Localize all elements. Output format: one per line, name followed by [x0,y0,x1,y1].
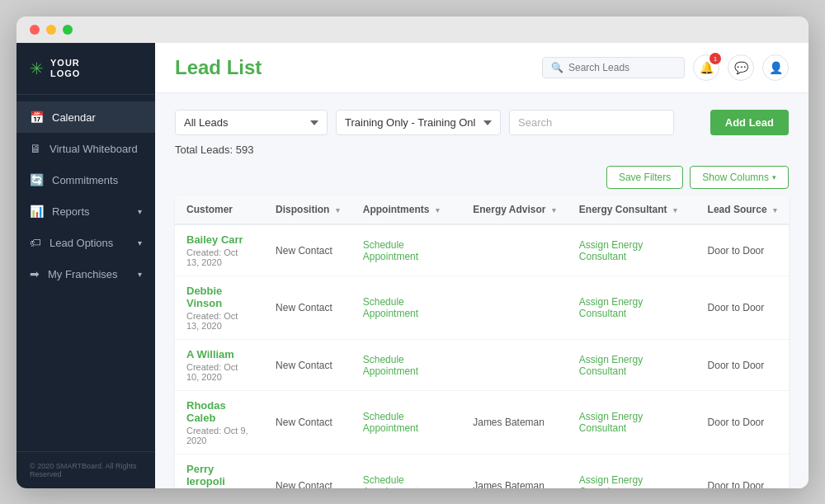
calendar-icon: 📅 [30,111,44,124]
sort-arrow-icon: ▾ [436,206,440,214]
lead-source-value: Door to Door [708,480,765,488]
sidebar-item-commitments[interactable]: 🔄 Commitments [16,164,155,195]
top-bar: Lead List 🔍 🔔 1 💬 👤 [155,43,808,93]
chart-icon: 📊 [30,205,44,218]
customer-name[interactable]: Debbie Vinson [186,285,252,309]
table-row: Debbie Vinson Created: Oct 13, 2020 New … [175,276,789,340]
disposition-cell: New Contact [264,276,351,340]
search-box: 🔍 [542,57,685,78]
table-search-input[interactable] [509,110,674,135]
energy-advisor-cell: James Bateman [461,455,568,489]
assign-energy-consultant-link[interactable]: Assign Energy Consultant [579,296,643,319]
logo-area: ✳ YOUR LOGO [16,43,155,95]
schedule-appointment-link[interactable]: Schedule Appointment [363,239,418,262]
browser-chrome [16,16,808,43]
sidebar-item-lead-options[interactable]: 🏷 Lead Options ▾ [16,227,155,258]
customer-created-date: Created: Oct 13, 2020 [186,247,252,267]
column-header-lead-source[interactable]: Lead Source ▾ [696,195,789,224]
notification-button[interactable]: 🔔 1 [693,54,719,81]
nav-menu: 📅 Calendar 🖥 Virtual Whiteboard 🔄 Commit… [16,95,155,451]
monitor-icon: 🖥 [30,142,41,155]
add-lead-button[interactable]: Add Lead [710,110,789,135]
energy-consultant-cell: Assign Energy Consultant [568,276,696,340]
sidebar-item-label: Commitments [52,174,118,186]
table-actions: Save Filters Show Columns ▾ [175,166,789,189]
schedule-appointment-link[interactable]: Schedule Appointment [363,474,418,488]
table-row: Perry Ieropoli Created: Oct 9, 2020 New … [175,455,789,489]
energy-consultant-cell: Assign Energy Consultant [568,340,696,391]
customer-created-date: Created: Oct 10, 2020 [186,362,252,382]
lead-source-cell: Door to Door [696,455,789,489]
sidebar-item-my-franchises[interactable]: ➡ My Franchises ▾ [16,258,155,290]
training-filter-select[interactable]: Training Only - Training Only [336,110,501,135]
sort-arrow-icon: ▾ [336,206,340,214]
total-leads-label: Total Leads: 593 [175,144,789,156]
search-input[interactable] [568,62,676,73]
close-dot[interactable] [30,25,40,35]
lead-source-cell: Door to Door [696,340,789,391]
schedule-appointment-link[interactable]: Schedule Appointment [363,411,418,434]
column-header-energy-advisor[interactable]: Energy Advisor ▾ [461,195,568,224]
sidebar-footer: © 2020 SMARTBoard. All Rights Reserved [16,451,155,488]
appointment-cell: Schedule Appointment [351,455,461,489]
energy-advisor-cell [461,224,568,276]
notification-badge: 1 [710,53,721,64]
table-row: Bailey Carr Created: Oct 13, 2020 New Co… [175,224,789,276]
customer-created-date: Created: Oct 13, 2020 [186,311,252,331]
customer-cell: Perry Ieropoli Created: Oct 9, 2020 [175,455,264,489]
minimize-dot[interactable] [46,25,56,35]
disposition-value: New Contact [276,480,332,488]
customer-name[interactable]: Rhodas Caleb [186,399,252,424]
column-header-energy-consultant[interactable]: Energy Consultant ▾ [568,195,696,224]
disposition-cell: New Contact [264,391,351,455]
sidebar-item-reports[interactable]: 📊 Reports ▾ [16,195,155,227]
lead-source-value: Door to Door [708,360,765,371]
appointment-cell: Schedule Appointment [351,276,461,340]
disposition-value: New Contact [276,245,332,257]
lead-source-value: Door to Door [708,417,765,428]
show-columns-label: Show Columns [702,172,769,183]
schedule-appointment-link[interactable]: Schedule Appointment [363,354,418,377]
lead-filter-select[interactable]: All Leads [175,110,328,135]
customer-cell: Debbie Vinson Created: Oct 13, 2020 [175,276,264,340]
customer-name[interactable]: A William [186,348,252,360]
schedule-appointment-link[interactable]: Schedule Appointment [363,296,418,319]
energy-consultant-cell: Assign Energy Consultant [568,391,696,455]
save-filters-button[interactable]: Save Filters [606,166,683,189]
assign-energy-consultant-link[interactable]: Assign Energy Consultant [579,474,643,488]
franchise-icon: ➡ [30,267,40,280]
assign-energy-consultant-link[interactable]: Assign Energy Consultant [579,411,643,434]
disposition-cell: New Contact [264,455,351,489]
logo-icon: ✳ [30,59,44,78]
energy-advisor-value: James Bateman [473,417,544,428]
energy-consultant-cell: Assign Energy Consultant [568,224,696,276]
logo-text: YOUR LOGO [50,58,80,79]
user-profile-button[interactable]: 👤 [762,54,789,81]
show-columns-button[interactable]: Show Columns ▾ [690,166,789,189]
disposition-value: New Contact [276,360,332,371]
app-container: ✳ YOUR LOGO 📅 Calendar 🖥 Virtual Whitebo… [16,43,808,488]
disposition-value: New Contact [276,417,332,428]
column-header-disposition[interactable]: Disposition ▾ [264,195,351,224]
sidebar-item-label: Lead Options [50,237,113,249]
energy-advisor-value: James Bateman [473,480,544,488]
sidebar-item-label: Virtual Whiteboard [50,143,138,155]
assign-energy-consultant-link[interactable]: Assign Energy Consultant [579,354,643,377]
sidebar-item-calendar[interactable]: 📅 Calendar [16,101,155,133]
column-header-appointments[interactable]: Appointments ▾ [351,195,461,224]
chevron-down-icon: ▾ [772,173,776,181]
energy-consultant-cell: Assign Energy Consultant [568,455,696,489]
fullscreen-dot[interactable] [63,25,73,35]
sort-arrow-icon: ▾ [673,206,677,214]
disposition-value: New Contact [276,302,332,313]
column-header-customer[interactable]: Customer [175,195,264,224]
customer-name[interactable]: Bailey Carr [186,233,252,246]
sidebar-item-virtual-whiteboard[interactable]: 🖥 Virtual Whiteboard [16,133,155,164]
disposition-cell: New Contact [264,340,351,391]
chevron-down-icon: ▾ [138,207,142,216]
sidebar-item-label: My Franchises [48,268,118,280]
message-button[interactable]: 💬 [728,54,754,81]
assign-energy-consultant-link[interactable]: Assign Energy Consultant [579,239,643,262]
customer-name[interactable]: Perry Ieropoli [186,463,252,488]
lead-source-cell: Door to Door [696,224,789,276]
